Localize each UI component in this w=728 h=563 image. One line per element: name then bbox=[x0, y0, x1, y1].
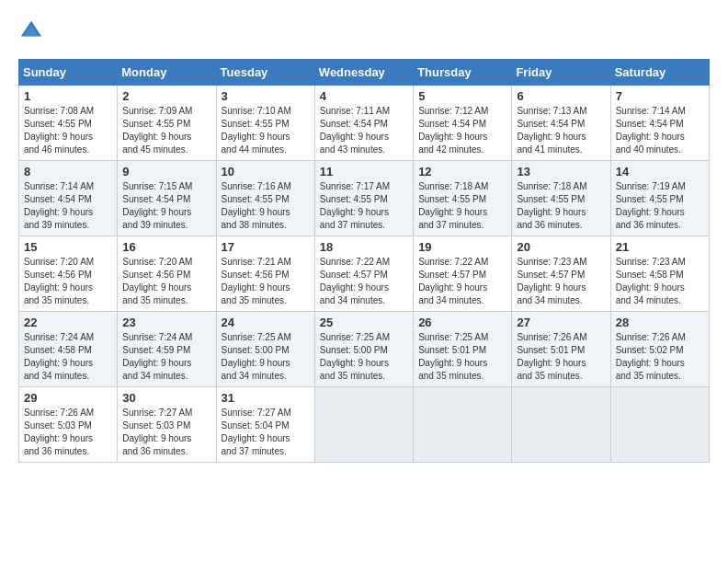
day-number: 17 bbox=[222, 240, 310, 254]
day-number: 26 bbox=[418, 316, 506, 329]
day-number: 23 bbox=[122, 316, 210, 329]
day-info: Sunrise: 7:25 AM Sunset: 5:00 PM Dayligh… bbox=[320, 331, 408, 383]
day-number: 15 bbox=[24, 240, 112, 254]
calendar-day-cell bbox=[610, 387, 709, 463]
day-info: Sunrise: 7:24 AM Sunset: 4:59 PM Dayligh… bbox=[122, 331, 210, 383]
day-info: Sunrise: 7:27 AM Sunset: 5:04 PM Dayligh… bbox=[222, 407, 310, 458]
calendar-day-cell bbox=[414, 387, 512, 463]
calendar-day-cell: 16Sunrise: 7:20 AM Sunset: 4:56 PM Dayli… bbox=[118, 236, 216, 312]
day-info: Sunrise: 7:18 AM Sunset: 4:55 PM Dayligh… bbox=[418, 180, 506, 232]
day-number: 19 bbox=[418, 240, 506, 254]
calendar-day-cell: 10Sunrise: 7:16 AM Sunset: 4:55 PM Dayli… bbox=[216, 161, 314, 236]
day-info: Sunrise: 7:09 AM Sunset: 4:55 PM Dayligh… bbox=[122, 105, 210, 156]
calendar-day-cell: 24Sunrise: 7:25 AM Sunset: 5:00 PM Dayli… bbox=[216, 312, 314, 387]
day-number: 18 bbox=[320, 240, 408, 254]
weekday-header: Wednesday bbox=[314, 60, 413, 86]
day-info: Sunrise: 7:26 AM Sunset: 5:03 PM Dayligh… bbox=[24, 407, 112, 458]
day-number: 9 bbox=[122, 165, 210, 178]
day-number: 22 bbox=[24, 316, 112, 329]
day-number: 30 bbox=[122, 391, 210, 405]
calendar-day-cell: 14Sunrise: 7:19 AM Sunset: 4:55 PM Dayli… bbox=[610, 161, 709, 236]
calendar-week-row: 29Sunrise: 7:26 AM Sunset: 5:03 PM Dayli… bbox=[19, 387, 710, 463]
calendar-day-cell: 26Sunrise: 7:25 AM Sunset: 5:01 PM Dayli… bbox=[414, 312, 512, 387]
calendar-day-cell: 2Sunrise: 7:09 AM Sunset: 4:55 PM Daylig… bbox=[118, 86, 216, 161]
day-info: Sunrise: 7:08 AM Sunset: 4:55 PM Dayligh… bbox=[24, 105, 112, 156]
calendar-table: SundayMondayTuesdayWednesdayThursdayFrid… bbox=[18, 59, 710, 463]
day-number: 24 bbox=[222, 316, 310, 329]
calendar-day-cell: 20Sunrise: 7:23 AM Sunset: 4:57 PM Dayli… bbox=[512, 236, 610, 312]
calendar-day-cell: 15Sunrise: 7:20 AM Sunset: 4:56 PM Dayli… bbox=[19, 236, 118, 312]
day-number: 28 bbox=[616, 316, 704, 329]
weekday-header: Saturday bbox=[610, 60, 709, 86]
day-number: 13 bbox=[517, 165, 605, 178]
calendar-day-cell: 31Sunrise: 7:27 AM Sunset: 5:04 PM Dayli… bbox=[216, 387, 314, 463]
calendar-week-row: 8Sunrise: 7:14 AM Sunset: 4:54 PM Daylig… bbox=[19, 161, 710, 236]
calendar-day-cell: 21Sunrise: 7:23 AM Sunset: 4:58 PM Dayli… bbox=[610, 236, 709, 312]
day-number: 12 bbox=[418, 165, 506, 178]
calendar-day-cell: 29Sunrise: 7:26 AM Sunset: 5:03 PM Dayli… bbox=[19, 387, 118, 463]
day-number: 27 bbox=[517, 316, 605, 329]
day-info: Sunrise: 7:15 AM Sunset: 4:54 PM Dayligh… bbox=[122, 180, 210, 232]
weekday-header: Friday bbox=[512, 60, 610, 86]
day-info: Sunrise: 7:20 AM Sunset: 4:56 PM Dayligh… bbox=[24, 256, 112, 307]
day-number: 11 bbox=[320, 165, 408, 178]
calendar-day-cell bbox=[512, 387, 610, 463]
day-number: 21 bbox=[616, 240, 704, 254]
day-info: Sunrise: 7:24 AM Sunset: 4:58 PM Dayligh… bbox=[24, 331, 112, 383]
calendar-day-cell: 27Sunrise: 7:26 AM Sunset: 5:01 PM Dayli… bbox=[512, 312, 610, 387]
day-info: Sunrise: 7:21 AM Sunset: 4:56 PM Dayligh… bbox=[222, 256, 310, 307]
day-info: Sunrise: 7:20 AM Sunset: 4:56 PM Dayligh… bbox=[122, 256, 210, 307]
calendar-week-row: 1Sunrise: 7:08 AM Sunset: 4:55 PM Daylig… bbox=[19, 86, 710, 161]
calendar-day-cell: 8Sunrise: 7:14 AM Sunset: 4:54 PM Daylig… bbox=[19, 161, 118, 236]
day-number: 3 bbox=[222, 89, 310, 103]
day-number: 4 bbox=[320, 89, 408, 103]
day-number: 7 bbox=[616, 89, 704, 103]
day-number: 29 bbox=[24, 391, 112, 405]
calendar-day-cell: 25Sunrise: 7:25 AM Sunset: 5:00 PM Dayli… bbox=[314, 312, 413, 387]
page-header bbox=[18, 18, 710, 44]
calendar-day-cell: 4Sunrise: 7:11 AM Sunset: 4:54 PM Daylig… bbox=[314, 86, 413, 161]
day-info: Sunrise: 7:14 AM Sunset: 4:54 PM Dayligh… bbox=[24, 180, 112, 232]
calendar-day-cell: 13Sunrise: 7:18 AM Sunset: 4:55 PM Dayli… bbox=[512, 161, 610, 236]
day-info: Sunrise: 7:18 AM Sunset: 4:55 PM Dayligh… bbox=[517, 180, 605, 232]
logo-icon bbox=[18, 18, 44, 44]
calendar-day-cell: 9Sunrise: 7:15 AM Sunset: 4:54 PM Daylig… bbox=[118, 161, 216, 236]
day-info: Sunrise: 7:22 AM Sunset: 4:57 PM Dayligh… bbox=[320, 256, 408, 307]
calendar-day-cell: 1Sunrise: 7:08 AM Sunset: 4:55 PM Daylig… bbox=[19, 86, 118, 161]
day-info: Sunrise: 7:12 AM Sunset: 4:54 PM Dayligh… bbox=[418, 105, 506, 156]
day-number: 16 bbox=[122, 240, 210, 254]
calendar-day-cell: 17Sunrise: 7:21 AM Sunset: 4:56 PM Dayli… bbox=[216, 236, 314, 312]
day-number: 10 bbox=[222, 165, 310, 178]
day-number: 6 bbox=[517, 89, 605, 103]
day-info: Sunrise: 7:11 AM Sunset: 4:54 PM Dayligh… bbox=[320, 105, 408, 156]
day-info: Sunrise: 7:23 AM Sunset: 4:57 PM Dayligh… bbox=[517, 256, 605, 307]
calendar-day-cell: 11Sunrise: 7:17 AM Sunset: 4:55 PM Dayli… bbox=[314, 161, 413, 236]
day-info: Sunrise: 7:16 AM Sunset: 4:55 PM Dayligh… bbox=[222, 180, 310, 232]
day-number: 5 bbox=[418, 89, 506, 103]
day-number: 14 bbox=[616, 165, 704, 178]
day-number: 1 bbox=[24, 89, 112, 103]
day-number: 2 bbox=[122, 89, 210, 103]
day-info: Sunrise: 7:26 AM Sunset: 5:02 PM Dayligh… bbox=[616, 331, 704, 383]
day-info: Sunrise: 7:25 AM Sunset: 5:01 PM Dayligh… bbox=[418, 331, 506, 383]
logo bbox=[18, 18, 48, 44]
calendar-day-cell: 18Sunrise: 7:22 AM Sunset: 4:57 PM Dayli… bbox=[314, 236, 413, 312]
calendar-day-cell: 28Sunrise: 7:26 AM Sunset: 5:02 PM Dayli… bbox=[610, 312, 709, 387]
day-number: 31 bbox=[222, 391, 310, 405]
calendar-day-cell: 3Sunrise: 7:10 AM Sunset: 4:55 PM Daylig… bbox=[216, 86, 314, 161]
day-number: 20 bbox=[517, 240, 605, 254]
calendar-week-row: 22Sunrise: 7:24 AM Sunset: 4:58 PM Dayli… bbox=[19, 312, 710, 387]
day-number: 25 bbox=[320, 316, 408, 329]
weekday-header: Monday bbox=[118, 60, 216, 86]
day-number: 8 bbox=[24, 165, 112, 178]
calendar-day-cell: 5Sunrise: 7:12 AM Sunset: 4:54 PM Daylig… bbox=[414, 86, 512, 161]
weekday-header-row: SundayMondayTuesdayWednesdayThursdayFrid… bbox=[19, 60, 710, 86]
weekday-header: Thursday bbox=[414, 60, 512, 86]
calendar-day-cell: 23Sunrise: 7:24 AM Sunset: 4:59 PM Dayli… bbox=[118, 312, 216, 387]
calendar-day-cell: 7Sunrise: 7:14 AM Sunset: 4:54 PM Daylig… bbox=[610, 86, 709, 161]
day-info: Sunrise: 7:26 AM Sunset: 5:01 PM Dayligh… bbox=[517, 331, 605, 383]
calendar-week-row: 15Sunrise: 7:20 AM Sunset: 4:56 PM Dayli… bbox=[19, 236, 710, 312]
calendar-day-cell: 30Sunrise: 7:27 AM Sunset: 5:03 PM Dayli… bbox=[118, 387, 216, 463]
day-info: Sunrise: 7:10 AM Sunset: 4:55 PM Dayligh… bbox=[222, 105, 310, 156]
day-info: Sunrise: 7:14 AM Sunset: 4:54 PM Dayligh… bbox=[616, 105, 704, 156]
